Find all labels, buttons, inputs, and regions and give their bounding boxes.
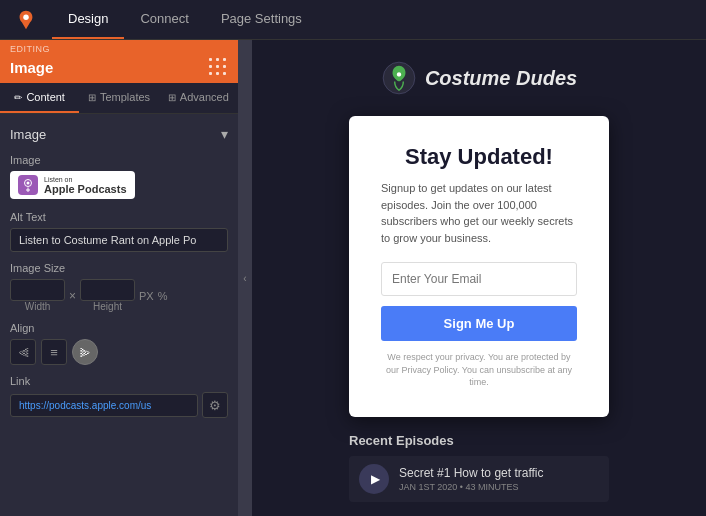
- collapse-icon[interactable]: ▾: [221, 126, 228, 142]
- panel-tabs: ✏ Content ⊞ Templates ⊞ Advanced: [0, 83, 238, 114]
- signup-card: Stay Updated! Signup to get updates on o…: [349, 116, 609, 417]
- pencil-icon: ✏: [14, 92, 22, 103]
- privacy-text: We respect your privacy. You are protect…: [381, 351, 577, 389]
- image-label: Image: [10, 154, 228, 166]
- brand-logo-icon: [381, 60, 417, 96]
- brand-name: Costume Dudes: [425, 67, 577, 90]
- align-row: ⫷ ≡ ⫸: [10, 339, 228, 365]
- recent-section: Recent Episodes ▶ Secret #1 How to get t…: [349, 433, 609, 502]
- align-right-button[interactable]: ⫸: [72, 339, 98, 365]
- align-right-icon: ⫸: [79, 345, 92, 360]
- card-description: Signup to get updates on our latest epis…: [381, 180, 577, 246]
- width-label: Width: [10, 301, 65, 312]
- times-icon: ×: [69, 289, 76, 303]
- play-button[interactable]: ▶: [359, 464, 389, 494]
- tab-page-settings[interactable]: Page Settings: [205, 0, 318, 39]
- right-panel: Costume Dudes Stay Updated! Signup to ge…: [252, 40, 706, 516]
- main-layout: EDITING Image ✏ Content ⊞ Temp: [0, 40, 706, 516]
- panel-tab-content[interactable]: ✏ Content: [0, 83, 79, 113]
- episode-info: Secret #1 How to get traffic JAN 1ST 202…: [399, 466, 599, 492]
- panel-tab-templates[interactable]: ⊞ Templates: [79, 83, 158, 113]
- height-label: Height: [80, 301, 135, 312]
- preview-area: Costume Dudes Stay Updated! Signup to ge…: [252, 40, 706, 516]
- card-title: Stay Updated!: [381, 144, 577, 170]
- svg-point-3: [27, 182, 30, 185]
- sign-me-up-button[interactable]: Sign Me Up: [381, 306, 577, 341]
- link-label: Link: [10, 375, 228, 387]
- panel-tab-advanced[interactable]: ⊞ Advanced: [159, 83, 238, 113]
- app-logo: [12, 6, 40, 34]
- email-input[interactable]: [381, 262, 577, 296]
- alt-text-input[interactable]: [10, 228, 228, 252]
- align-label: Align: [10, 322, 228, 334]
- panel-collapse-arrow[interactable]: ‹: [238, 40, 252, 516]
- tab-design[interactable]: Design: [52, 0, 124, 39]
- alt-text-label: Alt Text: [10, 211, 228, 223]
- panel-body: Image ▾ Image Listen on Apple Podcast: [0, 114, 238, 516]
- episode-meta: JAN 1ST 2020 • 43 MINUTES: [399, 482, 599, 492]
- play-icon: ▶: [371, 472, 380, 486]
- image-section-title: Image: [10, 127, 46, 142]
- apple-badge-text: Listen on Apple Podcasts: [44, 176, 127, 195]
- grid-icon[interactable]: [209, 58, 228, 77]
- px-label: PX: [139, 290, 154, 302]
- brand-header: Costume Dudes: [381, 60, 577, 96]
- top-nav: Design Connect Page Settings: [0, 0, 706, 40]
- link-row: ⚙: [10, 392, 228, 418]
- section-header: Image ▾: [10, 126, 228, 142]
- editing-title: Image: [10, 59, 53, 76]
- gear-icon: ⚙: [209, 398, 221, 413]
- episode-title: Secret #1 How to get traffic: [399, 466, 599, 480]
- advanced-icon: ⊞: [168, 92, 176, 103]
- link-input[interactable]: [10, 394, 198, 417]
- image-size-label: Image Size: [10, 262, 228, 274]
- link-settings-button[interactable]: ⚙: [202, 392, 228, 418]
- svg-point-0: [23, 14, 29, 20]
- episode-row: ▶ Secret #1 How to get traffic JAN 1ST 2…: [349, 456, 609, 502]
- apple-podcast-logo: [18, 175, 38, 195]
- tab-connect[interactable]: Connect: [124, 0, 204, 39]
- width-input[interactable]: [10, 279, 65, 301]
- height-input[interactable]: [80, 279, 135, 301]
- apple-podcast-image[interactable]: Listen on Apple Podcasts: [10, 171, 135, 199]
- height-field: Height: [80, 279, 135, 312]
- percent-label: %: [158, 290, 168, 302]
- image-size-row: Width × Height PX %: [10, 279, 228, 312]
- templates-icon: ⊞: [88, 92, 96, 103]
- width-field: Width: [10, 279, 65, 312]
- align-left-icon: ⫷: [17, 345, 30, 360]
- left-panel: EDITING Image ✏ Content ⊞ Temp: [0, 40, 238, 516]
- align-center-button[interactable]: ≡: [41, 339, 67, 365]
- align-left-button[interactable]: ⫷: [10, 339, 36, 365]
- nav-tabs: Design Connect Page Settings: [52, 0, 318, 39]
- align-center-icon: ≡: [50, 345, 58, 360]
- recent-section-title: Recent Episodes: [349, 433, 609, 448]
- editing-title-row: Image: [0, 56, 238, 83]
- editing-label: EDITING: [0, 40, 238, 56]
